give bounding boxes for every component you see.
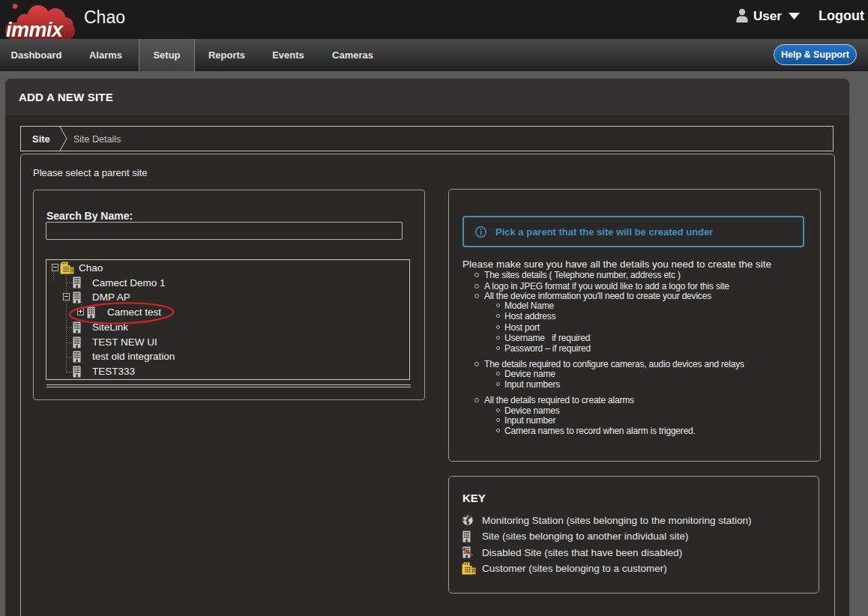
svg-text:immix: immix — [6, 19, 64, 40]
